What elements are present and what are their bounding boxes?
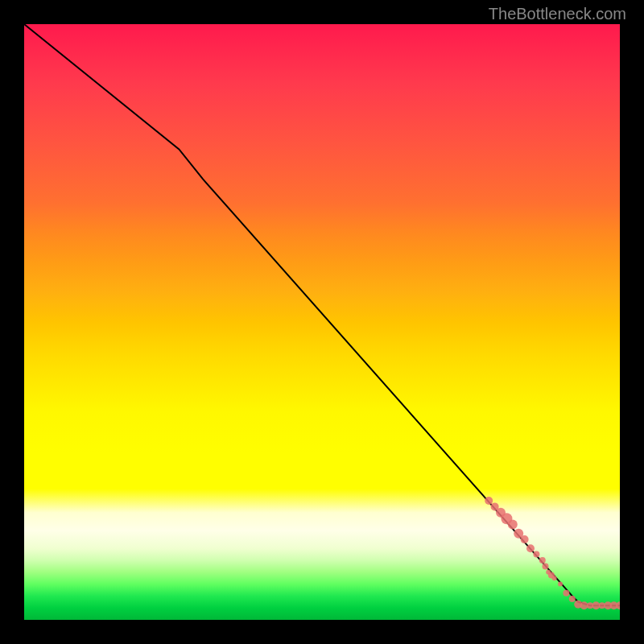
chart-overlay [24, 24, 620, 620]
line-series [24, 24, 620, 605]
scatter-series [485, 497, 620, 609]
scatter-point [569, 596, 576, 602]
scatter-point [539, 557, 546, 564]
scatter-point [558, 582, 563, 587]
curve-line [24, 24, 620, 605]
scatter-point [485, 497, 493, 505]
scatter-point [526, 544, 535, 552]
scatter-point [533, 551, 539, 558]
scatter-point [521, 535, 529, 543]
scatter-point [508, 520, 518, 530]
scatter-point [563, 590, 569, 597]
scatter-point [552, 576, 557, 580]
scatter-point [543, 563, 549, 569]
watermark-label: TheBottleneck.com [489, 5, 626, 23]
chart-area [24, 24, 620, 620]
